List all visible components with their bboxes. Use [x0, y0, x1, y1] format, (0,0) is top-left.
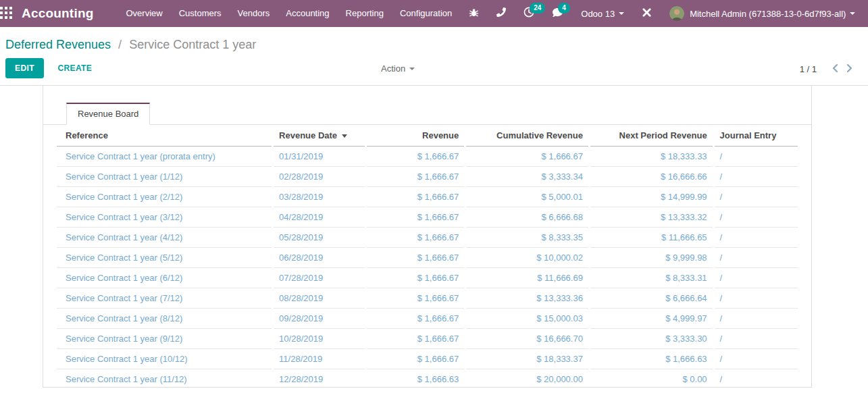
column-header-journal-entry[interactable]: Journal Entry — [715, 125, 798, 147]
apps-menu-button[interactable] — [0, 0, 12, 27]
control-panel: EDIT CREATE Action 1 / 1 — [0, 58, 868, 86]
cell-cumulative-revenue: $ 6,666.68 — [466, 207, 588, 228]
cell-cumulative-revenue: $ 11,666.69 — [466, 268, 588, 288]
pager-next-button[interactable] — [842, 62, 857, 76]
support-tools-button[interactable] — [633, 0, 661, 27]
cell-cumulative-revenue: $ 5,000.01 — [466, 187, 588, 207]
cell-next-period-revenue: $ 8,333.31 — [590, 268, 713, 288]
cell-journal-entry: / — [715, 147, 798, 167]
nav-item-customers[interactable]: Customers — [171, 0, 230, 27]
create-button[interactable]: CREATE — [51, 59, 99, 78]
cell-cumulative-revenue: $ 20,000.00 — [466, 369, 588, 389]
cell-journal-entry: / — [715, 288, 798, 309]
column-header-reference[interactable]: Reference — [57, 125, 272, 147]
table-row[interactable]: Service Contract 1 year (10/12)11/28/201… — [57, 349, 798, 369]
table-row[interactable]: Service Contract 1 year (prorata entry)0… — [57, 147, 798, 167]
column-header-revenue-date[interactable]: Revenue Date — [274, 125, 365, 147]
pager-previous-button[interactable] — [827, 62, 842, 76]
cell-journal-entry: / — [715, 167, 798, 187]
cell-reference: Service Contract 1 year (prorata entry) — [57, 147, 272, 167]
cell-revenue-date: 07/28/2019 — [274, 268, 365, 288]
nav-item-configuration[interactable]: Configuration — [392, 0, 460, 27]
pager: 1 / 1 — [800, 62, 857, 76]
app-name[interactable]: Accounting — [22, 6, 94, 21]
activities-menu-button[interactable]: 24 — [515, 0, 543, 27]
cell-revenue-date: 10/28/2019 — [274, 329, 365, 349]
cell-reference: Service Contract 1 year (4/12) — [57, 228, 272, 248]
cell-revenue: $ 1,666.67 — [367, 309, 464, 329]
top-menu: OverviewCustomersVendorsAccountingReport… — [118, 0, 461, 27]
phone-icon — [496, 7, 506, 20]
cell-next-period-revenue: $ 16,666.66 — [590, 167, 713, 187]
top-navbar: Accounting OverviewCustomersVendorsAccou… — [0, 0, 868, 27]
cell-journal-entry: / — [715, 309, 798, 329]
cell-revenue: $ 1,666.67 — [367, 147, 464, 167]
cell-revenue-date: 01/31/2019 — [274, 147, 365, 167]
nav-item-overview[interactable]: Overview — [118, 0, 171, 27]
breadcrumb-current: Service Contract 1 year — [129, 38, 256, 51]
messages-menu-button[interactable]: 4 — [543, 0, 572, 27]
table-row[interactable]: Service Contract 1 year (7/12)08/28/2019… — [57, 288, 798, 309]
cell-revenue-date: 06/28/2019 — [274, 248, 365, 268]
cell-cumulative-revenue: $ 1,666.67 — [466, 147, 588, 167]
action-dropdown-label: Action — [381, 63, 405, 74]
voip-button[interactable] — [488, 0, 515, 27]
tab-revenue-board[interactable]: Revenue Board — [66, 103, 150, 125]
cell-revenue: $ 1,666.67 — [367, 268, 464, 288]
cell-next-period-revenue: $ 6,666.64 — [590, 288, 713, 309]
table-row[interactable]: Service Contract 1 year (4/12)05/28/2019… — [57, 228, 798, 248]
cell-journal-entry: / — [715, 248, 798, 268]
revenue-table-body: Service Contract 1 year (prorata entry)0… — [57, 147, 798, 389]
table-row[interactable]: Service Contract 1 year (6/12)07/28/2019… — [57, 268, 798, 288]
chevron-down-icon — [409, 68, 415, 70]
table-row[interactable]: Service Contract 1 year (9/12)10/28/2019… — [57, 329, 798, 349]
chevron-down-icon — [850, 12, 855, 15]
cell-reference: Service Contract 1 year (9/12) — [57, 329, 272, 349]
cell-next-period-revenue: $ 18,333.33 — [590, 147, 713, 167]
cell-cumulative-revenue: $ 13,333.36 — [466, 288, 588, 309]
tools-cross-icon — [642, 7, 652, 20]
cell-reference: Service Contract 1 year (6/12) — [57, 268, 272, 288]
table-row[interactable]: Service Contract 1 year (1/12)02/28/2019… — [57, 167, 798, 187]
table-row[interactable]: Service Contract 1 year (2/12)03/28/2019… — [57, 187, 798, 207]
apps-grid-icon — [0, 7, 12, 21]
form-view: Revenue Board Reference Revenue Date Rev… — [0, 86, 868, 388]
cell-revenue: $ 1,666.67 — [367, 248, 464, 268]
cell-cumulative-revenue: $ 18,333.37 — [466, 349, 588, 369]
cell-next-period-revenue: $ 3,333.30 — [590, 329, 713, 349]
cell-revenue: $ 1,666.67 — [367, 349, 464, 369]
cell-journal-entry: / — [715, 369, 798, 389]
table-row[interactable]: Service Contract 1 year (5/12)06/28/2019… — [57, 248, 798, 268]
cell-revenue-date: 04/28/2019 — [274, 207, 365, 228]
nav-item-accounting[interactable]: Accounting — [278, 0, 337, 27]
table-row[interactable]: Service Contract 1 year (11/12)12/28/201… — [57, 369, 798, 389]
action-dropdown[interactable]: Action — [377, 63, 419, 74]
column-header-next-period-revenue[interactable]: Next Period Revenue — [590, 125, 713, 147]
cell-next-period-revenue: $ 4,999.97 — [590, 309, 713, 329]
cell-revenue-date: 02/28/2019 — [274, 167, 365, 187]
cell-reference: Service Contract 1 year (1/12) — [57, 167, 272, 187]
cell-revenue-date: 03/28/2019 — [274, 187, 365, 207]
table-row[interactable]: Service Contract 1 year (3/12)04/28/2019… — [57, 207, 798, 228]
version-menu[interactable]: Odoo 13 — [572, 0, 633, 27]
user-menu[interactable]: Mitchell Admin (671388-13-0-6d7f93-all) — [661, 0, 864, 27]
table-row[interactable]: Service Contract 1 year (8/12)09/28/2019… — [57, 309, 798, 329]
pager-value: 1 / 1 — [800, 64, 817, 74]
table-header-row: Reference Revenue Date Revenue Cumulativ… — [57, 125, 798, 147]
column-header-cumulative-revenue[interactable]: Cumulative Revenue — [466, 125, 588, 147]
breadcrumb-parent-link[interactable]: Deferred Revenues — [5, 38, 111, 51]
nav-item-reporting[interactable]: Reporting — [338, 0, 392, 27]
edit-button[interactable]: EDIT — [5, 58, 44, 78]
cell-journal-entry: / — [715, 228, 798, 248]
chevron-down-icon — [619, 12, 624, 15]
cell-reference: Service Contract 1 year (8/12) — [57, 309, 272, 329]
nav-item-vendors[interactable]: Vendors — [230, 0, 278, 27]
cell-cumulative-revenue: $ 15,000.03 — [466, 309, 588, 329]
systray: 24 4 Odoo 13 — [460, 0, 864, 27]
revenue-board-table: Reference Revenue Date Revenue Cumulativ… — [55, 125, 800, 389]
debug-menu-button[interactable] — [460, 0, 488, 27]
sort-desc-icon — [342, 134, 347, 138]
chevron-left-icon — [832, 65, 838, 75]
messages-count-badge: 4 — [558, 3, 570, 14]
column-header-revenue[interactable]: Revenue — [367, 125, 464, 147]
